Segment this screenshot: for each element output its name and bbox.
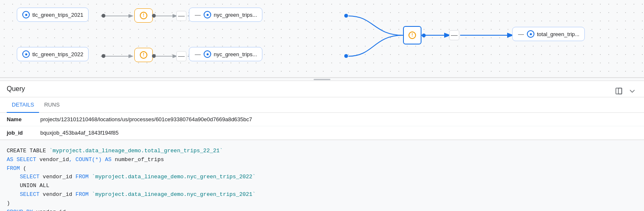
node-icon-orange-1 <box>140 12 147 19</box>
code-col-vendor-1: vendor_id <box>43 174 76 180</box>
dot-nyc-top-out <box>344 14 348 18</box>
svg-rect-9 <box>618 88 622 94</box>
node-label-2021: tlc_green_trips_2021 <box>32 12 83 18</box>
dot-o2-out <box>152 54 156 58</box>
node-icon-blue-nyc-top <box>204 11 211 18</box>
code-line-1: CREATE TABLE `myproject.data_lineage_dem… <box>7 147 637 156</box>
code-paren-open: ( <box>23 165 26 172</box>
code-kw-as-select: AS SELECT <box>7 156 39 163</box>
dash-node-1[interactable]: — <box>176 11 186 21</box>
code-col-numtrips: number_of_trips <box>115 156 164 163</box>
detail-key-name: Name <box>0 113 34 126</box>
code-paren-close: ) <box>7 200 10 206</box>
node-icon-blue-2021 <box>22 11 30 18</box>
node-dash-bottom: — <box>194 51 201 57</box>
code-col-groupby: vendor_id <box>36 209 65 211</box>
panel-title: Query <box>7 85 25 97</box>
node-orange-1[interactable] <box>134 8 153 23</box>
resize-bar <box>314 79 330 80</box>
lineage-canvas: tlc_green_trips_2021 — — nyc_green_trips… <box>0 0 644 78</box>
query-panel: Query DETAILS RUNS Name projects/1231012… <box>0 81 644 211</box>
node-nyc-top[interactable]: — nyc_green_trips... <box>189 8 262 22</box>
panel-tabs: DETAILS RUNS <box>0 97 644 113</box>
code-block: CREATE TABLE `myproject.data_lineage_dem… <box>0 140 644 211</box>
expand-icon[interactable] <box>614 86 624 96</box>
code-tbl-1: `myproject.data_lineage_demo.total_green… <box>49 148 223 154</box>
code-kw-select-2: SELECT <box>20 191 43 198</box>
dot-union-out <box>422 34 426 37</box>
node-nyc-bottom[interactable]: — nyc_green_trips... <box>189 47 262 61</box>
collapse-icon[interactable] <box>627 86 637 96</box>
dot-o1-out <box>152 14 156 18</box>
node-tlc-green-2021[interactable]: tlc_green_trips_2021 <box>17 8 89 22</box>
code-kw-from-1: FROM <box>76 174 92 180</box>
code-col-vendor-2: vendor_id <box>43 191 76 198</box>
dot-nyc-bottom-out <box>344 54 348 58</box>
node-icon-orange-2 <box>140 51 147 59</box>
node-tlc-green-2022[interactable]: tlc_green_trips_2022 <box>17 47 89 61</box>
code-indent-2 <box>7 182 20 189</box>
tab-details[interactable]: DETAILS <box>7 97 39 113</box>
dash-node-2[interactable]: — <box>176 51 186 61</box>
code-kw-from-2: FROM <box>76 191 92 198</box>
detail-value-jobid: bquxjob_453ba4af_1843f194f85 <box>34 126 644 140</box>
code-kw-groupby: GROUP BY <box>7 209 36 211</box>
code-kw-as: AS <box>105 156 115 163</box>
code-indent-1 <box>7 174 20 180</box>
code-tbl-2022: `myproject.data_lineage_demo.nyc_green_t… <box>92 174 256 180</box>
code-line-3: FROM ( <box>7 164 637 173</box>
detail-row-jobid: job_id bquxjob_453ba4af_1843f194f85 <box>0 126 644 140</box>
resize-handle[interactable] <box>0 78 644 81</box>
code-line-4: SELECT vendor_id FROM `myproject.data_li… <box>7 173 637 182</box>
union-node[interactable] <box>403 26 421 44</box>
dot-n2-out <box>102 54 105 58</box>
node-dash-total: — <box>518 31 524 37</box>
node-dash-top: — <box>194 11 201 18</box>
node-orange-2[interactable] <box>134 48 153 62</box>
code-line-6: SELECT vendor_id FROM `myproject.data_li… <box>7 190 637 199</box>
code-kw-select-1: SELECT <box>20 174 43 180</box>
node-icon-blue-total <box>527 30 534 38</box>
code-line-5: UNION ALL <box>7 182 637 190</box>
node-total[interactable]: — total_green_trip... <box>512 27 585 41</box>
dash-node-3[interactable]: — <box>449 30 459 40</box>
union-icon <box>408 31 416 39</box>
code-line-7: ) <box>7 199 637 208</box>
code-col-vendor: vendor_id <box>39 156 69 163</box>
code-kw-count: , COUNT(*) <box>69 156 105 163</box>
node-label-2022: tlc_green_trips_2022 <box>32 51 83 57</box>
detail-key-jobid: job_id <box>0 126 34 140</box>
code-tbl-2021: `myproject.data_lineage_demo.nyc_green_t… <box>92 191 256 198</box>
panel-actions <box>614 86 637 96</box>
node-label-nyc-top: nyc_green_trips... <box>214 12 257 18</box>
code-kw-create: CREATE TABLE <box>7 148 49 154</box>
code-kw-union: UNION ALL <box>20 182 49 189</box>
node-label-total: total_green_trip... <box>537 31 579 37</box>
dot-n1-out <box>102 14 105 18</box>
code-kw-from: FROM <box>7 165 23 172</box>
tab-runs[interactable]: RUNS <box>39 97 65 113</box>
code-line-2: AS SELECT vendor_id, COUNT(*) AS number_… <box>7 156 637 164</box>
panel-header: Query <box>0 81 644 97</box>
detail-row-name: Name projects/123101210468/locations/us/… <box>0 113 644 126</box>
node-icon-blue-nyc-bottom <box>204 50 211 58</box>
detail-value-name: projects/123101210468/locations/us/proce… <box>34 113 644 126</box>
node-label-nyc-bottom: nyc_green_trips... <box>214 51 257 57</box>
code-line-8: GROUP BY vendor_id <box>7 208 637 211</box>
node-icon-blue-2022 <box>22 50 30 58</box>
details-table: Name projects/123101210468/locations/us/… <box>0 113 644 140</box>
svg-rect-8 <box>616 88 622 94</box>
code-indent-3 <box>7 191 20 198</box>
